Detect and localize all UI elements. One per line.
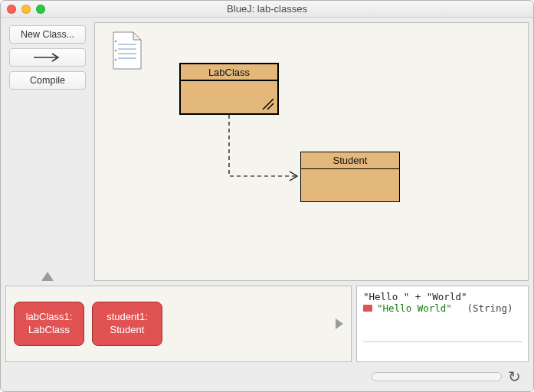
hatch-icon (261, 97, 275, 111)
object-result-icon[interactable] (363, 305, 372, 312)
result-value: "Hello World" (377, 302, 452, 314)
svg-point-8 (115, 50, 117, 52)
object-name: student1: (93, 311, 162, 324)
status-bar: ↻ (5, 367, 529, 387)
class-name-label: LabClass (181, 64, 277, 81)
object-bench[interactable]: labClass1: LabClass student1: Student (5, 286, 352, 362)
codepad-input-field[interactable] (363, 341, 522, 357)
codepad-input: "Hello " + "World" (363, 291, 522, 302)
restart-vm-icon[interactable]: ↻ (508, 368, 521, 386)
codepad-result: "Hello World" (String) (363, 302, 522, 314)
svg-point-7 (115, 41, 117, 43)
class-name-label: Student (301, 152, 399, 169)
traffic-lights (7, 5, 45, 14)
object-class: Student (93, 324, 162, 337)
readme-icon[interactable] (110, 31, 143, 70)
zoom-icon[interactable] (36, 5, 45, 14)
code-pad[interactable]: "Hello " + "World" "Hello World" (String… (356, 286, 529, 362)
bluej-window: BlueJ: lab-classes New Class... Compile (0, 0, 534, 392)
window-title: BlueJ: lab-classes (1, 3, 533, 15)
content-area: New Class... Compile (1, 18, 533, 391)
titlebar: BlueJ: lab-classes (1, 1, 533, 18)
close-icon[interactable] (7, 5, 16, 14)
object-name: labClass1: (15, 311, 84, 324)
collapse-up-icon[interactable] (41, 272, 54, 281)
arrow-icon (32, 53, 63, 62)
svg-point-9 (115, 59, 117, 61)
expand-right-icon[interactable] (336, 318, 343, 329)
class-labclass[interactable]: LabClass (179, 63, 279, 115)
lower-area: labClass1: LabClass student1: Student "H… (5, 286, 529, 362)
svg-marker-2 (133, 32, 141, 40)
object-instance-student1[interactable]: student1: Student (92, 302, 162, 346)
progress-bar (372, 372, 502, 381)
object-class: LabClass (15, 324, 84, 337)
new-class-button[interactable]: New Class... (9, 25, 86, 44)
compile-button[interactable]: Compile (9, 71, 86, 90)
minimize-icon[interactable] (21, 5, 31, 14)
sidebar: New Class... Compile (5, 22, 90, 281)
class-body (301, 169, 399, 201)
object-instance-labclass1[interactable]: labClass1: LabClass (14, 302, 84, 346)
new-arrow-button[interactable] (9, 48, 86, 67)
upper-area: New Class... Compile (5, 22, 529, 281)
class-diagram-canvas[interactable]: LabClass Student (94, 22, 529, 281)
result-type: (String) (467, 302, 513, 314)
class-student[interactable]: Student (300, 152, 400, 202)
svg-line-10 (263, 99, 274, 109)
class-body (181, 81, 277, 113)
